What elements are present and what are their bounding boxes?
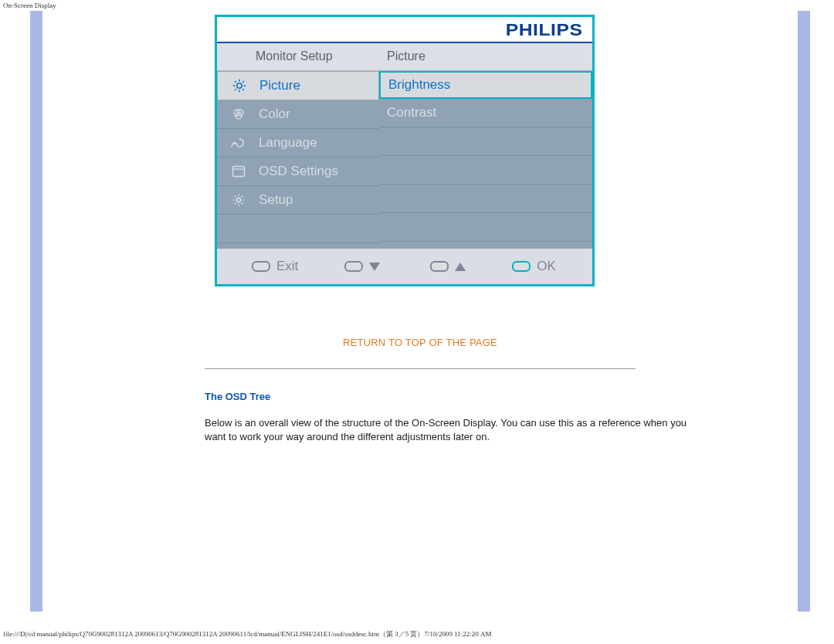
osd-logo-bar: PHILIPS (217, 17, 592, 42)
pill-icon (344, 261, 363, 272)
menu-item-language[interactable]: Language (217, 129, 379, 158)
svg-line-8 (242, 81, 244, 83)
philips-logo: PHILIPS (506, 20, 583, 40)
horizontal-rule (205, 368, 636, 369)
menu-label: Picture (259, 78, 300, 93)
page-header: On-Screen Display (3, 2, 56, 9)
submenu-empty-row (379, 156, 592, 185)
footer-exit-label: Exit (276, 259, 298, 274)
osd-title-left: Monitor Setup (217, 43, 379, 69)
return-to-top-link[interactable]: RETURN TO TOP OF THE PAGE (42, 337, 798, 348)
submenu-item-brightness[interactable]: Brightness (379, 71, 592, 99)
menu-item-osd-settings[interactable]: OSD Settings (217, 158, 379, 186)
osd-sub-menu: Brightness Contrast (379, 71, 592, 241)
footer-ok[interactable]: OK (512, 259, 556, 274)
submenu-label: Brightness (388, 77, 450, 93)
color-icon (229, 106, 248, 123)
osd-titlebar: Monitor Setup Picture (217, 43, 592, 70)
body-paragraph: Below is an overall view of the structur… (205, 416, 697, 444)
osd-settings-icon (229, 163, 248, 180)
footer-file-path: file:///D|/cd manual/philips/Q70G9002813… (3, 629, 492, 639)
svg-rect-12 (233, 167, 245, 177)
submenu-empty-row (379, 185, 592, 213)
menu-empty-row (217, 215, 379, 243)
language-icon (229, 134, 248, 151)
footer-up[interactable] (430, 261, 466, 272)
svg-point-0 (237, 83, 242, 88)
submenu-empty-row (379, 127, 592, 156)
right-decoration (798, 11, 810, 612)
pill-icon (252, 261, 270, 272)
left-decoration (30, 11, 42, 612)
osd-panel: PHILIPS Monitor Setup Picture Picture (215, 15, 595, 286)
pill-icon (512, 261, 531, 272)
svg-line-5 (235, 81, 236, 83)
svg-line-6 (242, 89, 244, 90)
menu-label: Color (259, 107, 290, 122)
osd-main-menu: Picture Color Language (217, 71, 379, 241)
svg-point-14 (236, 198, 240, 202)
down-triangle-icon (369, 263, 380, 271)
pill-icon (430, 261, 449, 272)
osd-title-right: Picture (379, 43, 592, 69)
submenu-item-contrast[interactable]: Contrast (379, 99, 592, 127)
footer-exit[interactable]: Exit (252, 259, 298, 274)
setup-icon (229, 192, 248, 208)
menu-label: OSD Settings (259, 164, 338, 179)
section-heading-osd-tree: The OSD Tree (205, 391, 798, 402)
menu-item-picture[interactable]: Picture (217, 71, 379, 100)
menu-label: Language (259, 135, 317, 151)
osd-body: Picture Color Language (217, 70, 592, 241)
menu-item-color[interactable]: Color (217, 100, 379, 129)
menu-item-setup[interactable]: Setup (217, 186, 379, 215)
brightness-icon (230, 77, 249, 94)
osd-footer: Exit OK (217, 249, 592, 284)
up-triangle-icon (455, 263, 466, 271)
footer-ok-label: OK (537, 259, 556, 274)
svg-line-7 (235, 89, 236, 90)
footer-down[interactable] (344, 261, 380, 272)
content-area: PHILIPS Monitor Setup Picture Picture (42, 11, 798, 444)
menu-label: Setup (259, 192, 293, 208)
submenu-label: Contrast (387, 105, 436, 120)
submenu-empty-row (379, 213, 592, 242)
